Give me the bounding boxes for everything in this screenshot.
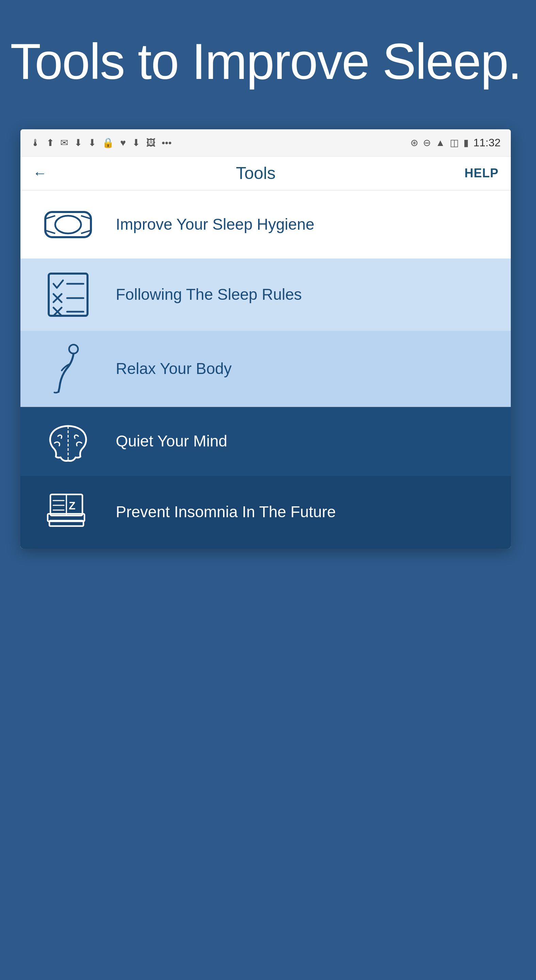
- tool-item-sleep-hygiene[interactable]: Improve Your Sleep Hygiene: [21, 191, 511, 259]
- thermometer-icon: 🌡: [31, 137, 40, 148]
- minus-circle-icon: ⊖: [423, 137, 431, 148]
- quiet-mind-label: Quiet Your Mind: [116, 431, 227, 452]
- svg-text:Z: Z: [69, 500, 76, 512]
- sleep-rules-icon-area: [34, 271, 102, 318]
- heart-icon: ♥: [120, 137, 126, 148]
- checklist-icon: [46, 271, 90, 318]
- status-icons-right: ⊛ ⊖ ▲ ◫ ▮ 11:32: [410, 137, 501, 149]
- gmail-icon: ✉: [60, 137, 68, 148]
- download2-icon: ⬇: [88, 137, 96, 148]
- download-icon: ⬇: [74, 137, 82, 148]
- relax-body-label: Relax Your Body: [116, 359, 231, 379]
- lock-icon: 🔒: [102, 137, 114, 148]
- wifi-icon: ▲: [436, 137, 445, 148]
- quiet-mind-icon-area: [34, 419, 102, 463]
- battery-icon: ▮: [463, 137, 469, 148]
- status-time: 11:32: [473, 137, 501, 149]
- phone-frame: 🌡 ⬆ ✉ ⬇ ⬇ 🔒 ♥ ⬇ 🖼 ••• ⊛ ⊖ ▲ ◫ ▮ 11:32 ← …: [21, 129, 511, 549]
- download3-icon: ⬇: [132, 137, 140, 148]
- tool-item-relax-body[interactable]: Relax Your Body: [21, 331, 511, 407]
- svg-point-14: [69, 345, 78, 353]
- more-icon: •••: [162, 137, 172, 148]
- upload-icon: ⬆: [46, 137, 54, 148]
- body-relax-icon: [49, 343, 87, 395]
- prevent-insomnia-label: Prevent Insomnia In The Future: [116, 502, 336, 522]
- status-icons-left: 🌡 ⬆ ✉ ⬇ ⬇ 🔒 ♥ ⬇ 🖼 •••: [31, 137, 172, 148]
- bluetooth-icon: ⊛: [410, 137, 418, 148]
- svg-point-1: [55, 216, 81, 234]
- sleep-hygiene-icon-area: [34, 206, 102, 243]
- back-button[interactable]: ←: [33, 165, 47, 181]
- pillow-icon: [43, 206, 94, 243]
- brain-icon: [44, 419, 92, 463]
- signal-icon: ◫: [450, 137, 459, 148]
- prevent-insomnia-icon-area: Z: [34, 488, 102, 536]
- relax-body-icon-area: [34, 343, 102, 395]
- header-title: Tools: [236, 163, 276, 183]
- help-button[interactable]: HELP: [464, 166, 499, 180]
- tool-item-quiet-mind[interactable]: Quiet Your Mind: [21, 407, 511, 476]
- sleep-hygiene-label: Improve Your Sleep Hygiene: [116, 215, 314, 235]
- status-bar: 🌡 ⬆ ✉ ⬇ ⬇ 🔒 ♥ ⬇ 🖼 ••• ⊛ ⊖ ▲ ◫ ▮ 11:32: [21, 129, 511, 156]
- sleep-rules-label: Following The Sleep Rules: [116, 285, 302, 305]
- page-heading: Tools to Improve Sleep.: [10, 34, 536, 89]
- image-icon: 🖼: [146, 137, 156, 148]
- tool-item-sleep-rules[interactable]: Following The Sleep Rules: [21, 259, 511, 331]
- tool-item-prevent-insomnia[interactable]: Z Prevent Insomnia In The Future: [21, 476, 511, 549]
- app-header: ← Tools HELP: [21, 156, 511, 191]
- book-icon: Z: [44, 488, 92, 536]
